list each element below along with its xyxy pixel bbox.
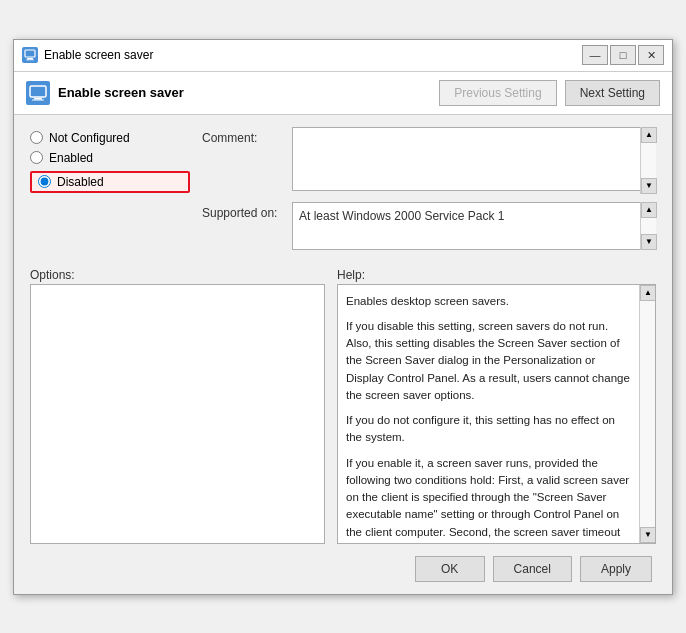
apply-button[interactable]: Apply xyxy=(580,556,652,582)
window-title: Enable screen saver xyxy=(44,48,582,62)
main-window: Enable screen saver — □ ✕ Enable screen … xyxy=(13,39,673,595)
comment-wrapper: ▲ ▼ xyxy=(292,127,656,194)
top-section: Not Configured Enabled Disabled Comm xyxy=(30,127,656,258)
help-text: Enables desktop screen savers. If you di… xyxy=(338,285,655,543)
header-row: Enable screen saver Previous Setting Nex… xyxy=(14,72,672,115)
window-icon xyxy=(22,47,38,63)
scroll-down-arrow[interactable]: ▼ xyxy=(641,178,657,194)
svg-rect-1 xyxy=(27,58,33,60)
scroll-up-arrow[interactable]: ▲ xyxy=(641,127,657,143)
svg-rect-5 xyxy=(32,99,44,100)
help-p1: Enables desktop screen savers. xyxy=(346,293,631,310)
close-button[interactable]: ✕ xyxy=(638,45,664,65)
supported-scroll-up[interactable]: ▲ xyxy=(641,202,657,218)
footer-buttons: OK Cancel Apply xyxy=(30,556,656,582)
minimize-button[interactable]: — xyxy=(582,45,608,65)
supported-scroll-track xyxy=(641,218,656,234)
supported-box: At least Windows 2000 Service Pack 1 xyxy=(292,202,656,250)
svg-rect-4 xyxy=(34,98,42,100)
bottom-section: Enables desktop screen savers. If you di… xyxy=(30,284,656,544)
cancel-button[interactable]: Cancel xyxy=(493,556,572,582)
ok-button[interactable]: OK xyxy=(415,556,485,582)
help-scroll-track xyxy=(640,301,655,527)
radio-group: Not Configured Enabled Disabled xyxy=(30,131,190,193)
radio-enabled-input[interactable] xyxy=(30,151,43,164)
radio-options: Not Configured Enabled Disabled xyxy=(30,127,190,258)
help-p4: If you enable it, a screen saver runs, p… xyxy=(346,455,631,543)
supported-label: Supported on: xyxy=(202,202,292,220)
supported-scroll-down[interactable]: ▼ xyxy=(641,234,657,250)
radio-enabled[interactable]: Enabled xyxy=(30,151,190,165)
options-section-label: Options: xyxy=(30,268,75,282)
radio-enabled-label: Enabled xyxy=(49,151,93,165)
maximize-button[interactable]: □ xyxy=(610,45,636,65)
radio-disabled[interactable]: Disabled xyxy=(30,171,190,193)
content-area: Not Configured Enabled Disabled Comm xyxy=(14,115,672,594)
supported-wrapper: At least Windows 2000 Service Pack 1 ▲ ▼ xyxy=(292,202,656,250)
prev-setting-button[interactable]: Previous Setting xyxy=(439,80,556,106)
comment-textarea[interactable] xyxy=(292,127,656,191)
header-title: Enable screen saver xyxy=(58,85,431,100)
header-icon xyxy=(26,81,50,105)
radio-not-configured-input[interactable] xyxy=(30,131,43,144)
svg-rect-0 xyxy=(25,50,35,57)
header-buttons: Previous Setting Next Setting xyxy=(439,80,660,106)
svg-rect-2 xyxy=(26,60,34,61)
title-bar: Enable screen saver — □ ✕ xyxy=(14,40,672,72)
comment-scrollbar: ▲ ▼ xyxy=(640,127,656,194)
radio-not-configured[interactable]: Not Configured xyxy=(30,131,190,145)
help-scroll-up[interactable]: ▲ xyxy=(640,285,656,301)
help-scrollbar: ▲ ▼ xyxy=(639,285,655,543)
supported-content: At least Windows 2000 Service Pack 1 xyxy=(293,203,655,249)
help-section-label: Help: xyxy=(337,268,365,282)
radio-disabled-label: Disabled xyxy=(57,175,104,189)
options-box xyxy=(30,284,325,544)
window-controls: — □ ✕ xyxy=(582,45,664,65)
help-p3: If you do not configure it, this setting… xyxy=(346,412,631,447)
supported-scrollbar: ▲ ▼ xyxy=(640,202,656,250)
help-box: Enables desktop screen savers. If you di… xyxy=(337,284,656,544)
svg-rect-3 xyxy=(30,86,46,97)
radio-not-configured-label: Not Configured xyxy=(49,131,130,145)
comment-label: Comment: xyxy=(202,127,292,145)
bottom-labels: Options: Help: xyxy=(30,268,656,282)
help-scroll-down[interactable]: ▼ xyxy=(640,527,656,543)
comment-row: Comment: ▲ ▼ xyxy=(202,127,656,194)
next-setting-button[interactable]: Next Setting xyxy=(565,80,660,106)
radio-disabled-input[interactable] xyxy=(38,175,51,188)
scroll-track xyxy=(641,143,656,178)
help-p2: If you disable this setting, screen save… xyxy=(346,318,631,404)
right-fields: Comment: ▲ ▼ Supported on: xyxy=(202,127,656,258)
supported-row: Supported on: At least Windows 2000 Serv… xyxy=(202,202,656,250)
